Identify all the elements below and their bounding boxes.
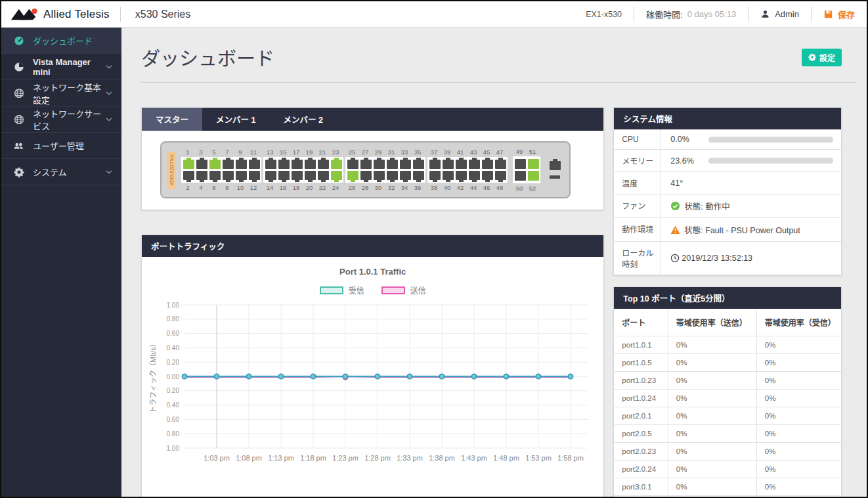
switch-port-10[interactable] (236, 171, 247, 180)
port-number: 7 (221, 148, 234, 156)
switch-port-19[interactable] (305, 160, 316, 169)
switch-port-44[interactable] (469, 171, 480, 180)
product-title: x530 Series (121, 9, 198, 20)
table-cell: 0% (756, 390, 841, 407)
switch-port-25[interactable] (347, 160, 358, 169)
switch-port-9[interactable] (236, 160, 247, 169)
switch-port-23[interactable] (331, 160, 342, 169)
switch-port-21[interactable] (318, 160, 329, 169)
table-cell: 0% (756, 478, 841, 496)
switch-port-29[interactable] (374, 160, 385, 169)
switch-port-11[interactable] (249, 160, 260, 169)
switch-port-42[interactable] (456, 171, 467, 180)
port-number: 34 (398, 184, 411, 191)
sidebar-item-system[interactable]: システム (1, 159, 121, 185)
stack-tab-1[interactable]: メンバー 1 (202, 108, 269, 131)
switch-port-33[interactable] (400, 160, 411, 169)
switch-port-43[interactable] (469, 160, 480, 169)
port-number: 20 (303, 184, 316, 191)
admin-menu[interactable]: Admin (749, 1, 811, 27)
switch-port-13[interactable] (265, 160, 276, 169)
switch-port-24[interactable] (331, 171, 342, 180)
metric-value: 状態: Fault - PSU Power Output (684, 223, 800, 236)
switch-port-36[interactable] (413, 171, 424, 180)
switch-port-14[interactable] (265, 171, 276, 180)
port-traffic-panel: ポートトラフィック Port 1.0.1 Traffic 受信送信 1.000.… (141, 235, 604, 497)
legend-label: 送信 (410, 284, 426, 296)
settings-button[interactable]: 設定 (802, 49, 842, 66)
switch-port-7[interactable] (223, 160, 234, 169)
port-number: 10 (234, 184, 247, 191)
chevron-down-icon (106, 91, 112, 95)
system-info-row: ファン状態: 動作中 (614, 194, 841, 217)
switch-port-2[interactable] (183, 171, 194, 180)
port-number: 36 (411, 184, 424, 191)
save-icon (823, 9, 833, 19)
switch-port-34[interactable] (400, 171, 411, 180)
switch-port-39[interactable] (443, 160, 454, 169)
switch-port-15[interactable] (278, 160, 290, 169)
switch-port-5[interactable] (209, 160, 221, 169)
save-button[interactable]: 保存 (812, 1, 867, 27)
switch-port-4[interactable] (196, 171, 207, 180)
table-row: port1.0.50%0% (614, 354, 841, 372)
switch-port-12[interactable] (249, 171, 260, 180)
metric-label: ファン (614, 194, 661, 217)
switch-port-50[interactable] (515, 171, 526, 181)
switch-port-46[interactable] (482, 171, 493, 180)
switch-port-28[interactable] (360, 171, 372, 180)
sidebar-item-network-services[interactable]: ネットワークサービス (1, 106, 121, 133)
switch-port-20[interactable] (305, 171, 316, 180)
switch-port-37[interactable] (429, 160, 441, 169)
stack-tab-0[interactable]: マスター (142, 108, 202, 131)
main-content: ダッシュボード 設定 マスターメンバー 1メンバー 2 x530-52GTXm1… (121, 28, 867, 497)
switch-port-41[interactable] (456, 160, 467, 169)
switch-port-22[interactable] (318, 171, 329, 180)
switch-port-26[interactable] (347, 171, 358, 180)
switch-port-16[interactable] (278, 171, 290, 180)
switch-port-17[interactable] (292, 160, 303, 169)
switch-port-51[interactable] (528, 159, 539, 169)
column-header: 帯域使用率（送信） (668, 309, 756, 336)
switch-port-32[interactable] (387, 171, 398, 180)
table-row: port2.0.230%0% (614, 443, 841, 461)
port-number: 43 (467, 148, 480, 156)
chevron-down-icon (106, 170, 112, 174)
switch-port-6[interactable] (209, 171, 221, 180)
switch-port-52[interactable] (528, 171, 539, 181)
table-cell: 0% (756, 354, 841, 372)
port-number: 19 (303, 148, 316, 156)
switch-port-45[interactable] (482, 160, 493, 169)
title-divider (141, 82, 857, 83)
switch-port-27[interactable] (360, 160, 372, 169)
switch-port-38[interactable] (429, 171, 441, 180)
switch-port-8[interactable] (223, 171, 234, 180)
port-number: 4 (194, 184, 207, 191)
switch-port-48[interactable] (495, 171, 506, 180)
svg-text:1:38 pm: 1:38 pm (429, 454, 455, 462)
sidebar-item-user-management[interactable]: ユーザー管理 (1, 133, 121, 159)
switch-port-1[interactable] (183, 160, 194, 169)
clock-icon (670, 254, 680, 263)
table-cell: 0% (668, 390, 756, 407)
table-cell: 0% (668, 354, 756, 372)
switch-port-40[interactable] (443, 171, 454, 180)
switch-port-18[interactable] (292, 171, 303, 180)
uplink-port[interactable] (550, 161, 561, 170)
sidebar-item-network-basic-settings[interactable]: ネットワーク基本設定 (1, 80, 121, 106)
port-number: 18 (290, 184, 303, 191)
uplink-slot[interactable] (550, 175, 560, 179)
switch-port-49[interactable] (515, 159, 526, 169)
switch-port-3[interactable] (196, 160, 207, 169)
sidebar-item-dashboard[interactable]: ダッシュボード (1, 28, 121, 54)
switch-port-31[interactable] (387, 160, 398, 169)
switch-port-30[interactable] (374, 171, 385, 180)
table-cell: 0% (668, 496, 756, 497)
sidebar-item-vista-manager-mini[interactable]: Vista Manager mini (1, 54, 121, 80)
admin-label: Admin (775, 9, 799, 19)
switch-port-47[interactable] (495, 160, 506, 169)
check-circle-icon (670, 201, 680, 211)
switch-port-35[interactable] (413, 160, 424, 169)
port-number: 49 (513, 148, 526, 155)
stack-tab-2[interactable]: メンバー 2 (269, 108, 336, 131)
